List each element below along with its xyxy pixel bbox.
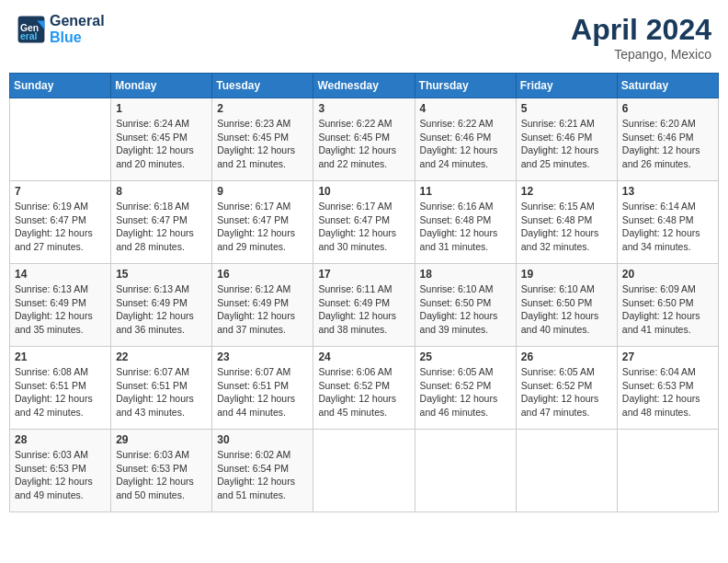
day-number: 27 bbox=[622, 350, 713, 363]
header-cell-monday: Monday bbox=[111, 74, 212, 98]
day-number: 14 bbox=[15, 268, 106, 281]
day-number: 19 bbox=[521, 268, 612, 281]
location: Tepango, Mexico bbox=[571, 47, 711, 62]
day-number: 16 bbox=[217, 268, 308, 281]
day-cell: 17Sunrise: 6:11 AM Sunset: 6:49 PM Dayli… bbox=[313, 264, 415, 347]
day-cell: 28Sunrise: 6:03 AM Sunset: 6:53 PM Dayli… bbox=[10, 430, 111, 512]
day-info: Sunrise: 6:13 AM Sunset: 6:49 PM Dayligh… bbox=[116, 282, 207, 337]
day-number: 29 bbox=[116, 433, 207, 446]
day-cell: 20Sunrise: 6:09 AM Sunset: 6:50 PM Dayli… bbox=[617, 264, 718, 347]
day-cell bbox=[415, 430, 516, 512]
logo-text-blue: Blue bbox=[50, 29, 105, 46]
day-number: 1 bbox=[116, 102, 207, 115]
day-number: 20 bbox=[622, 268, 713, 281]
day-number: 22 bbox=[116, 350, 207, 363]
week-row-1: 1Sunrise: 6:24 AM Sunset: 6:45 PM Daylig… bbox=[10, 98, 719, 181]
day-cell: 26Sunrise: 6:05 AM Sunset: 6:52 PM Dayli… bbox=[516, 347, 617, 430]
day-number: 4 bbox=[420, 102, 511, 115]
week-row-2: 7Sunrise: 6:19 AM Sunset: 6:47 PM Daylig… bbox=[10, 181, 719, 264]
day-cell: 2Sunrise: 6:23 AM Sunset: 6:45 PM Daylig… bbox=[212, 98, 313, 181]
day-number: 5 bbox=[521, 102, 612, 115]
day-info: Sunrise: 6:03 AM Sunset: 6:53 PM Dayligh… bbox=[15, 448, 106, 502]
header-cell-saturday: Saturday bbox=[617, 74, 718, 98]
day-cell: 11Sunrise: 6:16 AM Sunset: 6:48 PM Dayli… bbox=[415, 181, 516, 264]
day-info: Sunrise: 6:19 AM Sunset: 6:47 PM Dayligh… bbox=[15, 200, 106, 254]
day-info: Sunrise: 6:03 AM Sunset: 6:53 PM Dayligh… bbox=[116, 448, 207, 502]
logo-icon: Gen eral bbox=[17, 15, 46, 44]
day-cell: 18Sunrise: 6:10 AM Sunset: 6:50 PM Dayli… bbox=[415, 264, 516, 347]
day-cell bbox=[617, 430, 718, 512]
day-cell bbox=[516, 430, 617, 512]
day-cell: 8Sunrise: 6:18 AM Sunset: 6:47 PM Daylig… bbox=[111, 181, 212, 264]
day-info: Sunrise: 6:24 AM Sunset: 6:45 PM Dayligh… bbox=[116, 117, 207, 171]
day-cell: 9Sunrise: 6:17 AM Sunset: 6:47 PM Daylig… bbox=[212, 181, 313, 264]
day-number: 18 bbox=[420, 268, 511, 281]
day-info: Sunrise: 6:17 AM Sunset: 6:47 PM Dayligh… bbox=[318, 200, 409, 254]
day-cell: 5Sunrise: 6:21 AM Sunset: 6:46 PM Daylig… bbox=[516, 98, 617, 181]
day-info: Sunrise: 6:17 AM Sunset: 6:47 PM Dayligh… bbox=[217, 200, 308, 254]
day-cell: 14Sunrise: 6:13 AM Sunset: 6:49 PM Dayli… bbox=[10, 264, 111, 347]
day-cell: 19Sunrise: 6:10 AM Sunset: 6:50 PM Dayli… bbox=[516, 264, 617, 347]
logo: Gen eral General Blue bbox=[17, 13, 105, 45]
day-number: 7 bbox=[15, 185, 106, 198]
day-number: 6 bbox=[622, 102, 713, 115]
header-cell-thursday: Thursday bbox=[415, 74, 516, 98]
day-cell: 12Sunrise: 6:15 AM Sunset: 6:48 PM Dayli… bbox=[516, 181, 617, 264]
day-info: Sunrise: 6:11 AM Sunset: 6:49 PM Dayligh… bbox=[318, 282, 409, 337]
day-info: Sunrise: 6:16 AM Sunset: 6:48 PM Dayligh… bbox=[420, 200, 511, 254]
day-info: Sunrise: 6:05 AM Sunset: 6:52 PM Dayligh… bbox=[420, 365, 511, 419]
day-number: 25 bbox=[420, 350, 511, 363]
day-number: 30 bbox=[217, 433, 308, 446]
day-cell: 4Sunrise: 6:22 AM Sunset: 6:46 PM Daylig… bbox=[415, 98, 516, 181]
day-info: Sunrise: 6:14 AM Sunset: 6:48 PM Dayligh… bbox=[622, 200, 713, 254]
day-cell: 3Sunrise: 6:22 AM Sunset: 6:45 PM Daylig… bbox=[313, 98, 415, 181]
day-cell bbox=[10, 98, 111, 181]
page-header: Gen eral General Blue April 2024 Tepango… bbox=[9, 9, 719, 65]
header-row: SundayMondayTuesdayWednesdayThursdayFrid… bbox=[10, 74, 719, 98]
day-cell: 22Sunrise: 6:07 AM Sunset: 6:51 PM Dayli… bbox=[111, 347, 212, 430]
day-info: Sunrise: 6:04 AM Sunset: 6:53 PM Dayligh… bbox=[622, 365, 713, 419]
day-info: Sunrise: 6:13 AM Sunset: 6:49 PM Dayligh… bbox=[15, 282, 106, 337]
day-number: 9 bbox=[217, 185, 308, 198]
day-info: Sunrise: 6:07 AM Sunset: 6:51 PM Dayligh… bbox=[116, 365, 207, 419]
title-block: April 2024 Tepango, Mexico bbox=[571, 13, 711, 62]
day-cell: 27Sunrise: 6:04 AM Sunset: 6:53 PM Dayli… bbox=[617, 347, 718, 430]
day-info: Sunrise: 6:07 AM Sunset: 6:51 PM Dayligh… bbox=[217, 365, 308, 419]
day-info: Sunrise: 6:20 AM Sunset: 6:46 PM Dayligh… bbox=[622, 117, 713, 171]
day-cell: 21Sunrise: 6:08 AM Sunset: 6:51 PM Dayli… bbox=[10, 347, 111, 430]
day-cell: 30Sunrise: 6:02 AM Sunset: 6:54 PM Dayli… bbox=[212, 430, 313, 512]
day-number: 10 bbox=[318, 185, 409, 198]
header-cell-friday: Friday bbox=[516, 74, 617, 98]
day-number: 24 bbox=[318, 350, 409, 363]
day-info: Sunrise: 6:10 AM Sunset: 6:50 PM Dayligh… bbox=[521, 282, 612, 337]
day-cell: 10Sunrise: 6:17 AM Sunset: 6:47 PM Dayli… bbox=[313, 181, 415, 264]
day-number: 11 bbox=[420, 185, 511, 198]
day-cell: 23Sunrise: 6:07 AM Sunset: 6:51 PM Dayli… bbox=[212, 347, 313, 430]
day-number: 3 bbox=[318, 102, 409, 115]
day-cell: 1Sunrise: 6:24 AM Sunset: 6:45 PM Daylig… bbox=[111, 98, 212, 181]
day-info: Sunrise: 6:09 AM Sunset: 6:50 PM Dayligh… bbox=[622, 282, 713, 337]
day-info: Sunrise: 6:22 AM Sunset: 6:46 PM Dayligh… bbox=[420, 117, 511, 171]
week-row-5: 28Sunrise: 6:03 AM Sunset: 6:53 PM Dayli… bbox=[10, 430, 719, 512]
day-number: 26 bbox=[521, 350, 612, 363]
day-cell: 13Sunrise: 6:14 AM Sunset: 6:48 PM Dayli… bbox=[617, 181, 718, 264]
day-cell: 6Sunrise: 6:20 AM Sunset: 6:46 PM Daylig… bbox=[617, 98, 718, 181]
day-number: 28 bbox=[15, 433, 106, 446]
day-number: 2 bbox=[217, 102, 308, 115]
header-cell-sunday: Sunday bbox=[10, 74, 111, 98]
day-info: Sunrise: 6:08 AM Sunset: 6:51 PM Dayligh… bbox=[15, 365, 106, 419]
day-cell: 29Sunrise: 6:03 AM Sunset: 6:53 PM Dayli… bbox=[111, 430, 212, 512]
month-title: April 2024 bbox=[571, 13, 711, 47]
calendar-table: SundayMondayTuesdayWednesdayThursdayFrid… bbox=[9, 73, 719, 512]
day-info: Sunrise: 6:06 AM Sunset: 6:52 PM Dayligh… bbox=[318, 365, 409, 419]
day-cell: 24Sunrise: 6:06 AM Sunset: 6:52 PM Dayli… bbox=[313, 347, 415, 430]
logo-text-general: General bbox=[50, 13, 105, 29]
svg-text:eral: eral bbox=[20, 31, 38, 41]
header-cell-tuesday: Tuesday bbox=[212, 74, 313, 98]
day-info: Sunrise: 6:15 AM Sunset: 6:48 PM Dayligh… bbox=[521, 200, 612, 254]
day-info: Sunrise: 6:10 AM Sunset: 6:50 PM Dayligh… bbox=[420, 282, 511, 337]
week-row-4: 21Sunrise: 6:08 AM Sunset: 6:51 PM Dayli… bbox=[10, 347, 719, 430]
day-info: Sunrise: 6:23 AM Sunset: 6:45 PM Dayligh… bbox=[217, 117, 308, 171]
day-number: 21 bbox=[15, 350, 106, 363]
day-info: Sunrise: 6:22 AM Sunset: 6:45 PM Dayligh… bbox=[318, 117, 409, 171]
